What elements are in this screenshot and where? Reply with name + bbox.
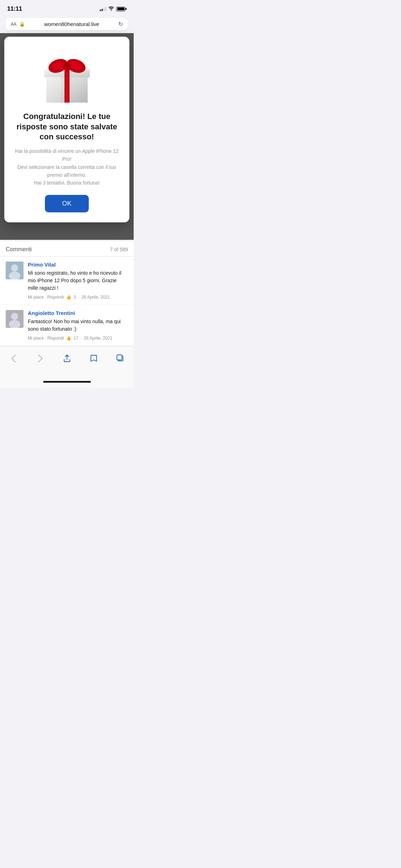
svg-rect-20 [117, 355, 122, 360]
comment-text: Mi sono registrato, ho vinto e ho ricevu… [28, 269, 128, 292]
wifi-icon [108, 6, 114, 12]
comment-like-reply: Mi piace · Rispondi [28, 295, 64, 300]
share-button[interactable] [59, 351, 75, 366]
modal-body-line2: Devi selezionare la casella corretta con… [13, 163, 121, 179]
bookmarks-button[interactable] [86, 351, 102, 366]
text-size-button[interactable]: AA [11, 22, 16, 27]
home-bar [43, 381, 91, 383]
signal-icon [100, 7, 106, 11]
home-indicator [0, 376, 134, 388]
page-content: Congratulazioni! Le tue risposte sono st… [0, 33, 134, 240]
avatar [6, 310, 24, 328]
address-bar[interactable]: AA 🔒 women80henatural.live ↻ [6, 18, 128, 30]
comment-content: Primo Vital Mi sono registrato, ho vinto… [28, 262, 128, 300]
modal-title: Congratulazioni! Le tue risposte sono st… [13, 112, 121, 142]
avatar [6, 262, 24, 279]
tabs-button[interactable] [113, 351, 128, 366]
comment-meta: Mi piace · Rispondi 👍 17 · 26 Aprile, 20… [28, 336, 128, 341]
svg-rect-12 [46, 76, 61, 103]
comment-content: Angioletto Trentini Fantastico! Non ho m… [28, 310, 128, 341]
svg-rect-3 [65, 76, 70, 103]
modal-dialog: Congratulazioni! Le tue risposte sono st… [4, 37, 129, 222]
like-count: 3 [73, 295, 76, 300]
modal-body-line3: Hai 3 tentativi. Buona fortuna! [13, 179, 121, 187]
modal-body-line1: Hai la possibilità di vincere un Apple i… [13, 147, 121, 163]
comments-count: 7 of 589 [110, 247, 128, 252]
comment-meta: Mi piace · Rispondi 👍 3 · 26 Aprile, 202… [28, 295, 128, 300]
commenter-name: Primo Vital [28, 262, 128, 268]
modal-body: Hai la possibilità di vincere un Apple i… [13, 147, 121, 187]
comment-text: Fantastico! Non ho mai vinto nulla, ma q… [28, 318, 128, 333]
comments-section: Commenti 7 of 589 Primo Vital Mi sono re… [0, 241, 134, 346]
comments-label: Commenti [6, 246, 32, 253]
comment-like-reply: Mi piace · Rispondi [28, 336, 64, 341]
svg-rect-11 [65, 67, 70, 72]
bottom-toolbar [0, 346, 134, 376]
status-icons [100, 6, 127, 12]
svg-point-17 [11, 313, 18, 320]
gift-image [38, 47, 96, 104]
forward-button[interactable] [32, 351, 48, 366]
address-bar-container: AA 🔒 women80henatural.live ↻ [0, 16, 134, 33]
comment-date: 26 Aprile, 2021 [81, 295, 110, 300]
url-text[interactable]: women80henatural.live [28, 21, 115, 27]
status-time: 11:11 [7, 5, 22, 12]
battery-icon [116, 7, 127, 11]
svg-point-14 [11, 264, 18, 272]
commenter-name: Angioletto Trentini [28, 310, 128, 316]
comments-header: Commenti 7 of 589 [0, 241, 134, 257]
comment-date: 26 Aprile, 2021 [84, 336, 112, 341]
ok-button[interactable]: OK [45, 195, 89, 212]
status-bar: 11:11 [0, 0, 134, 16]
refresh-icon[interactable]: ↻ [118, 21, 123, 27]
like-count: 17 [73, 336, 78, 341]
lock-icon: 🔒 [19, 21, 25, 27]
back-button[interactable] [6, 351, 21, 366]
comment-item: Angioletto Trentini Fantastico! Non ho m… [0, 305, 134, 346]
comment-item: Primo Vital Mi sono registrato, ho vinto… [0, 257, 134, 305]
